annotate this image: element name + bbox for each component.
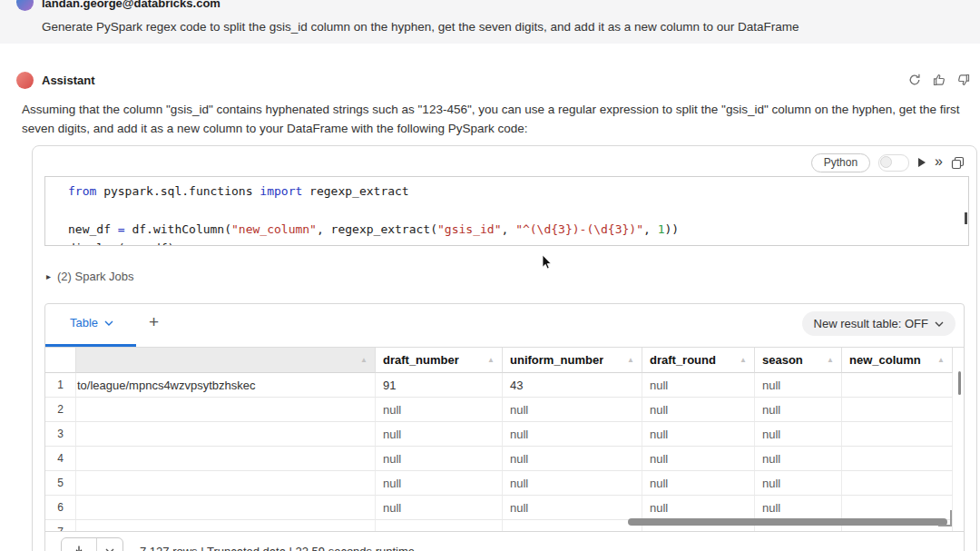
table-cell: 43 — [503, 373, 642, 398]
chevron-down-icon — [935, 321, 944, 327]
table-row[interactable]: 6nullnullnullnull — [45, 496, 964, 520]
table-row[interactable]: 4nullnullnullnull — [45, 447, 964, 471]
code-editor[interactable]: from pyspark.sql.functions import regexp… — [44, 176, 969, 246]
cell-toolbar: Python » — [811, 153, 965, 172]
row-number: 2 — [45, 398, 76, 422]
table-cell: null — [642, 447, 755, 471]
column-header-draft_round[interactable]: draft_round▲ — [642, 348, 755, 373]
new-result-table-label: New result table: OFF — [814, 317, 928, 330]
row-number: 4 — [45, 447, 76, 471]
column-header-label: draft_round — [650, 353, 716, 367]
disclosure-triangle-icon: ▸ — [46, 271, 51, 281]
table-cell: null — [755, 373, 842, 398]
spark-jobs-toggle[interactable]: ▸ (2) Spark Jobs — [46, 270, 134, 283]
assistant-answer: Assuming that the column "gsis_id" conta… — [22, 100, 964, 138]
thumbs-up-icon[interactable] — [932, 73, 946, 87]
chevron-down-icon — [105, 548, 114, 551]
assistant-label: Assistant — [42, 74, 95, 87]
row-number: 1 — [45, 373, 76, 398]
assistant-avatar — [16, 72, 34, 89]
table-cell: null — [376, 398, 503, 422]
table-cell: null — [642, 471, 755, 496]
row-number: 5 — [45, 471, 76, 496]
run-all-below-icon[interactable]: » — [935, 154, 943, 169]
table-cell: null — [376, 422, 503, 447]
table-cell: null — [376, 471, 503, 496]
sort-icon[interactable]: ▲ — [622, 356, 634, 364]
table-cell: null — [755, 471, 842, 496]
column-header-label: uniform_number — [510, 353, 603, 367]
sort-icon[interactable]: ▲ — [821, 356, 834, 364]
column-header[interactable]: ▲ — [76, 348, 376, 373]
column-header-uniform_number[interactable]: uniform_number▲ — [503, 348, 642, 373]
table-cell — [76, 447, 376, 471]
regenerate-icon[interactable] — [907, 73, 922, 87]
column-header[interactable] — [45, 348, 76, 373]
add-visualization-button[interactable]: + — [149, 312, 159, 332]
column-header-new_column[interactable]: new_column▲ — [842, 348, 953, 373]
code-content: from pyspark.sql.functions import regexp… — [45, 177, 968, 246]
horizontal-scrollbar-thumb[interactable] — [628, 518, 947, 526]
table-cell — [76, 422, 376, 447]
column-header-label: draft_number — [383, 353, 459, 367]
results-bottom-bar: 7,127 rows | Truncated data | 22.59 seco… — [45, 531, 964, 551]
table-cell — [842, 471, 953, 496]
language-selector[interactable]: Python — [811, 153, 870, 172]
sort-icon[interactable]: ▲ — [355, 356, 368, 364]
editor-scrollbar-thumb[interactable] — [965, 212, 967, 224]
table-cell: null — [503, 496, 642, 520]
table-cell: null — [503, 471, 642, 496]
user-name: landan.george@databricks.com — [42, 0, 220, 10]
table-cell: null — [642, 373, 755, 398]
table-cell — [842, 447, 953, 471]
table-cell: null — [376, 447, 503, 471]
table-cell: to/league/mpncs4wzvpsytbzhskec — [76, 373, 376, 398]
copy-icon[interactable] — [951, 156, 965, 170]
table-row[interactable]: 3nullnullnullnull — [45, 422, 964, 447]
run-icon[interactable] — [917, 157, 926, 168]
table-cell: null — [376, 496, 503, 520]
new-result-table-toggle[interactable]: New result table: OFF — [802, 311, 956, 336]
notebook-cell: Python » from pyspark.sql.functions impo… — [32, 145, 977, 551]
results-panel: Table + New result table: OFF ▲draft_num… — [44, 303, 965, 551]
thumbs-down-icon[interactable] — [956, 73, 971, 87]
sort-icon[interactable]: ▲ — [734, 356, 747, 364]
table-cell — [842, 422, 953, 447]
results-status-text: 7,127 rows | Truncated data | 22.59 seco… — [140, 545, 415, 551]
sort-icon[interactable]: ▲ — [932, 356, 945, 364]
download-split-button — [61, 537, 123, 551]
results-toggle[interactable] — [878, 154, 909, 172]
sort-icon[interactable]: ▲ — [482, 356, 495, 364]
table-row[interactable]: 1to/league/mpncs4wzvpsytbzhskec9143nulln… — [45, 373, 964, 398]
table-cell: null — [503, 398, 642, 422]
table-row[interactable]: 5nullnullnullnull — [45, 471, 964, 496]
row-number: 6 — [45, 496, 76, 520]
download-icon — [73, 545, 85, 551]
column-header-label: season — [762, 353, 803, 367]
vertical-scrollbar-thumb[interactable] — [958, 371, 961, 395]
column-header-draft_number[interactable]: draft_number▲ — [376, 348, 503, 373]
table-cell: null — [755, 447, 842, 471]
tab-table-label: Table — [70, 316, 98, 330]
toggle-knob — [880, 156, 892, 168]
download-options-button[interactable] — [96, 538, 122, 551]
row-number: 3 — [45, 422, 76, 447]
table-cell — [842, 496, 953, 520]
table-cell: null — [642, 422, 755, 447]
table-cell: null — [755, 422, 842, 447]
grid-body: 1to/league/mpncs4wzvpsytbzhskec9143nulln… — [45, 373, 964, 532]
chevron-down-icon — [104, 320, 113, 326]
grid-header-row: ▲draft_number▲uniform_number▲draft_round… — [45, 348, 964, 373]
table-cell: null — [755, 398, 842, 422]
column-header-season[interactable]: season▲ — [755, 348, 842, 373]
user-message-text: Generate PySpark regex code to split the… — [42, 20, 799, 34]
user-message-block: landan.george@databricks.com Generate Py… — [0, 0, 980, 44]
assistant-actions — [907, 73, 971, 87]
table-cell — [76, 398, 376, 422]
grid-corner — [938, 510, 952, 526]
table-row[interactable]: 2nullnullnullnull — [45, 398, 964, 422]
table-cell — [76, 496, 376, 520]
tab-table[interactable]: Table — [70, 316, 113, 330]
download-button[interactable] — [62, 538, 96, 551]
user-avatar — [16, 0, 34, 11]
